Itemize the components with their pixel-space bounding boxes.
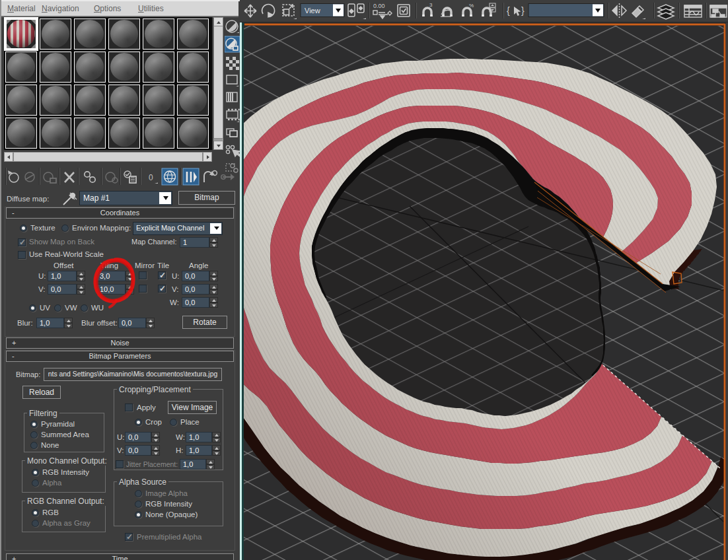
svg-text:View: View — [305, 7, 320, 15]
svg-text:3: 3 — [429, 2, 433, 8]
svg-text:0: 0 — [149, 173, 153, 182]
svg-text:0.00: 0.00 — [373, 3, 385, 9]
svg-text:%: % — [469, 3, 474, 9]
svg-text:}: } — [521, 5, 525, 16]
svg-text:{: { — [507, 5, 510, 16]
